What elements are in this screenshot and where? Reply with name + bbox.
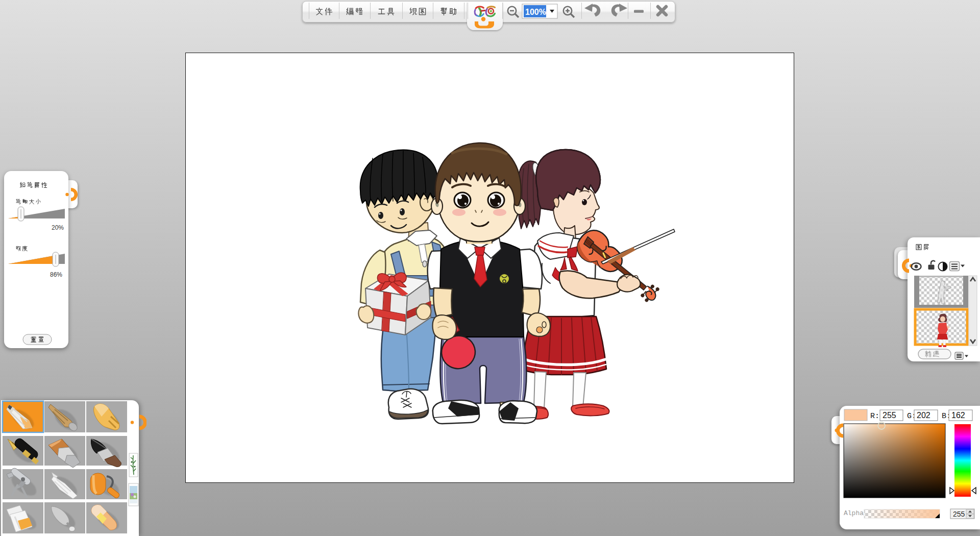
- svg-text:255: 255: [883, 411, 896, 420]
- svg-text:Alpha: Alpha: [844, 509, 864, 517]
- svg-text:202: 202: [917, 411, 930, 420]
- svg-text:100%: 100%: [525, 8, 546, 16]
- svg-text:255: 255: [953, 510, 965, 518]
- svg-text:20%: 20%: [52, 224, 64, 231]
- svg-text:162: 162: [951, 411, 965, 420]
- svg-text:R:: R:: [870, 412, 879, 421]
- svg-text:86%: 86%: [50, 271, 62, 278]
